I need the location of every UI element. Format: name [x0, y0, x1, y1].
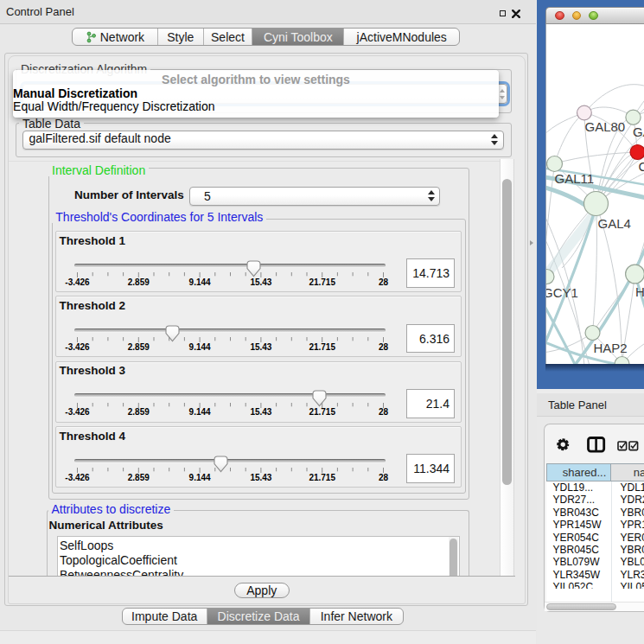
svg-text:GAL11: GAL11: [555, 171, 595, 186]
svg-text:HAP2: HAP2: [594, 341, 628, 355]
svg-text:GAL3: GAL3: [633, 124, 644, 139]
svg-text:GAL4: GAL4: [598, 216, 631, 231]
svg-text:CYC8: CYC8: [639, 159, 644, 174]
svg-text:HAP4: HAP4: [635, 284, 644, 299]
svg-text:GAL80: GAL80: [585, 119, 626, 134]
svg-text:GCY1: GCY1: [546, 285, 578, 300]
